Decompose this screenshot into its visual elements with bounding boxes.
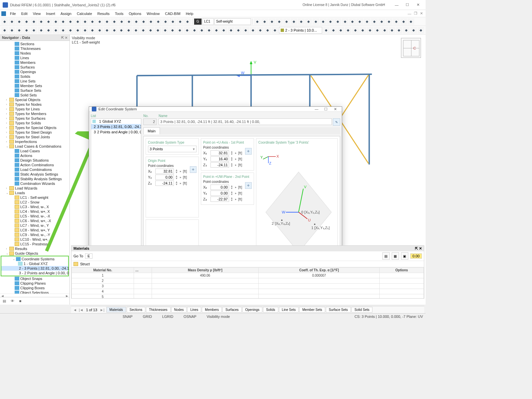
spin-up-icon[interactable]: ▲▼ <box>230 197 234 201</box>
status-toggle[interactable]: OSNAP <box>184 315 197 319</box>
bottom-tab-member-sets[interactable]: Member Sets <box>299 307 325 313</box>
tb2b-10[interactable]: ◆ <box>396 27 403 34</box>
nav-close-icon[interactable]: ✕ <box>65 36 67 40</box>
tb2-29[interactable]: ◆ <box>213 27 220 34</box>
nav-item[interactable]: Surface Sets <box>0 88 69 93</box>
spin-up-icon[interactable]: ▲▼ <box>230 163 234 167</box>
tb1-20[interactable]: ◆ <box>148 18 154 25</box>
material-row[interactable]: 1490.060.000007 <box>72 273 424 278</box>
mdi-max-icon[interactable]: ❐ <box>413 11 419 16</box>
dialog-max-icon[interactable]: ☐ <box>322 107 330 111</box>
tb1-7[interactable]: ◆ <box>53 18 59 25</box>
tb2-11[interactable]: ◆ <box>82 27 88 34</box>
loadcase-code[interactable]: LC1 <box>202 18 214 25</box>
spin-up-icon[interactable]: ▲▼ <box>230 151 234 155</box>
nav-item[interactable]: Thicknesses <box>0 46 69 51</box>
nav-folder[interactable]: ⌄Loads <box>0 191 69 195</box>
nav-item[interactable]: Solids <box>0 74 69 79</box>
tb1-13[interactable]: ◆ <box>96 18 103 25</box>
menu-arrow-icon[interactable]: ▸ <box>235 192 237 195</box>
coord-input-Z₀[interactable] <box>155 181 174 186</box>
tb1-3[interactable]: ◆ <box>23 18 30 25</box>
spin-up-icon[interactable]: ▲▼ <box>175 175 179 180</box>
tb2-5[interactable]: ◆ <box>38 27 45 34</box>
menu-view[interactable]: View <box>30 11 44 16</box>
nav-item[interactable]: Member Sets <box>0 83 69 88</box>
tb2-10[interactable]: ◆ <box>74 27 81 34</box>
menu-help[interactable]: Help <box>183 11 196 16</box>
tb2-28[interactable]: ◆ <box>206 27 212 34</box>
menu-cad-bim[interactable]: CAD-BIM <box>162 11 183 16</box>
tb1b-16[interactable]: ◆ <box>371 18 378 25</box>
tb2-36[interactable]: ◆ <box>264 27 271 34</box>
tb2b-7[interactable]: ◆ <box>374 27 381 34</box>
bottom-tab-surface-sets[interactable]: Surface Sets <box>326 307 351 313</box>
mat-close-icon[interactable]: ✕ <box>419 246 422 250</box>
tb1b-6[interactable]: ◆ <box>298 18 305 25</box>
tb2-14[interactable]: ◆ <box>104 27 110 34</box>
nav-loadcase[interactable]: LC8 - Wind, w+, Y <box>0 228 69 232</box>
nav-loadcase[interactable]: LC5 - Wind, w-, -X <box>0 214 69 218</box>
hscroll-right-icon[interactable]: ► <box>65 294 69 297</box>
material-row[interactable]: 3 <box>72 284 424 289</box>
coord-input-Z₂[interactable] <box>210 197 229 202</box>
menu-arrow-icon[interactable]: ▸ <box>235 151 237 155</box>
nav-item[interactable]: Nodes <box>0 51 69 56</box>
menu-arrow-icon[interactable]: ▸ <box>180 182 182 185</box>
tb2-27[interactable]: ◆ <box>199 27 205 34</box>
spin-up-icon[interactable]: ▲▼ <box>230 191 234 196</box>
tb1-25[interactable]: ◆ <box>184 18 191 25</box>
bottom-tab-openings[interactable]: Openings <box>242 307 263 313</box>
materials-table[interactable]: Material No. … Mass Density ρ [lb/ft³] C… <box>71 267 424 298</box>
spin-up-icon[interactable]: ▲▼ <box>230 185 234 190</box>
tb2-1[interactable]: ◆ <box>9 27 15 34</box>
nav-loadcase[interactable]: LC7 - Wind, w-, Y <box>0 223 69 228</box>
coord-input-X₁[interactable] <box>210 150 229 156</box>
tb1-11[interactable]: ◆ <box>82 18 88 25</box>
tb2-13[interactable]: ◆ <box>96 27 103 34</box>
tb2b-0[interactable]: ◆ <box>323 27 330 34</box>
menu-file[interactable]: File <box>7 11 19 16</box>
cs-list[interactable]: 1Global XYZ23 Points | 32.81, 0.00, -24.… <box>91 118 141 260</box>
nav-loadcase[interactable]: LC1 - Self-weight <box>0 195 69 200</box>
bottom-tab-line-sets[interactable]: Line Sets <box>279 307 299 313</box>
tb2b-1[interactable]: ◆ <box>330 27 337 34</box>
tb1-17[interactable]: ◆ <box>126 18 132 25</box>
nav-item[interactable]: Action Combinations <box>0 163 69 167</box>
tb1-23[interactable]: ◆ <box>170 18 176 25</box>
nav-loadcase[interactable]: LC6 - Wind, w+, -X <box>0 218 69 223</box>
tb2-25[interactable]: ◆ <box>184 27 191 34</box>
last-icon[interactable]: ►| <box>98 308 106 312</box>
tb2b-2[interactable]: ◆ <box>337 27 344 34</box>
dialog-min-icon[interactable]: — <box>313 107 321 111</box>
nav-item[interactable]: Actions <box>0 153 69 158</box>
tb1-9[interactable]: ◆ <box>67 18 74 25</box>
nav-item[interactable]: Openings <box>0 69 69 74</box>
bottom-tab-members[interactable]: Members <box>202 307 222 313</box>
nav-item[interactable]: Load Cases <box>0 149 69 153</box>
cs-list-row[interactable]: 32 Points and Angle | 0.00, 0.00, <box>91 129 141 135</box>
nav-item[interactable]: Design Situations <box>0 158 69 163</box>
tb1b-0[interactable]: ◆ <box>254 18 261 25</box>
tb2-15[interactable]: ◆ <box>111 27 118 34</box>
goto-input[interactable]: E <box>85 253 92 259</box>
menu-arrow-icon[interactable]: ▸ <box>180 176 182 179</box>
tb2-20[interactable]: ◆ <box>147 27 154 34</box>
tb1b-19[interactable]: ◆ <box>393 18 400 25</box>
bottom-tab-solid-sets[interactable]: Solid Sets <box>351 307 372 313</box>
spin-up-icon[interactable]: ▲▼ <box>175 181 179 186</box>
tb1b-13[interactable]: ◆ <box>349 18 356 25</box>
tb1-14[interactable]: ◆ <box>104 18 110 25</box>
tb2b-5[interactable]: ◆ <box>359 27 366 34</box>
menu-arrow-icon[interactable]: ▸ <box>235 198 237 201</box>
nav-cs-item[interactable]: 1 - Global XYZ <box>1 261 68 266</box>
tb1-19[interactable]: ◆ <box>140 18 147 25</box>
tb1-10[interactable]: ◆ <box>74 18 81 25</box>
tb2-7[interactable]: ◆ <box>53 27 59 34</box>
tb2-22[interactable]: ◆ <box>162 27 169 34</box>
close-button[interactable]: ✕ <box>413 2 423 8</box>
nav-pin-icon[interactable]: ⇱ <box>61 36 64 40</box>
loadcase-tag[interactable]: G <box>194 18 202 25</box>
menu-window[interactable]: Window <box>144 11 162 16</box>
tb2b-13[interactable]: ◆ <box>418 27 424 34</box>
